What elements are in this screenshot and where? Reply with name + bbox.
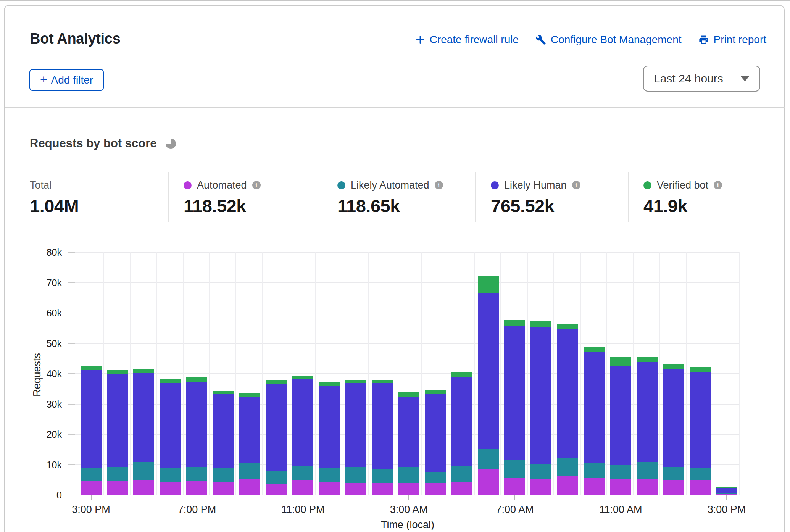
bar-segment-likely-human — [81, 370, 102, 468]
bar-segment-automated — [107, 481, 128, 495]
info-icon[interactable]: i — [435, 181, 443, 189]
bar-segment-likely-human — [345, 383, 366, 467]
bar-segment-likely-automated — [584, 463, 605, 478]
stat-total-value: 1.04M — [30, 195, 167, 216]
bar-segment-verified-bot — [716, 487, 737, 488]
bar-900pm[interactable] — [239, 252, 260, 495]
bar-segment-verified-bot — [292, 376, 313, 379]
bar-700am[interactable] — [504, 252, 525, 495]
time-range-dropdown[interactable]: Last 24 hours — [643, 66, 760, 92]
bar-segment-verified-bot — [160, 379, 181, 383]
bar-segment-likely-automated — [690, 468, 711, 480]
bar-1000pm[interactable] — [266, 252, 287, 495]
bar-1100pm[interactable] — [292, 252, 313, 495]
v-gridline — [183, 252, 184, 495]
x-tick-label: 3:00 AM — [390, 504, 428, 516]
v-gridline — [103, 252, 104, 495]
stat-likely-human: Likely Human i 765.52k — [491, 179, 628, 216]
bar-200pm[interactable] — [690, 252, 711, 495]
likely-human-legend-dot — [491, 181, 499, 189]
bar-segment-likely-automated — [663, 467, 684, 480]
bar-segment-automated — [292, 480, 313, 495]
bar-1100am[interactable] — [610, 252, 631, 495]
bar-segment-likely-human — [663, 369, 684, 467]
bar-segment-verified-bot — [107, 370, 128, 374]
v-gridline — [474, 252, 475, 495]
v-gridline — [633, 252, 634, 495]
bar-segment-verified-bot — [372, 380, 393, 383]
info-icon[interactable]: i — [572, 181, 580, 189]
x-axis-title: Time (local) — [381, 519, 434, 531]
configure-bot-management-link[interactable]: Configure Bot Management — [535, 34, 681, 46]
bar-100pm[interactable] — [663, 252, 684, 495]
bar-500pm[interactable] — [133, 252, 154, 495]
y-tick-label: 0 — [20, 490, 62, 501]
v-gridline — [686, 252, 687, 495]
chevron-down-icon — [740, 76, 750, 81]
print-report-link[interactable]: Print report — [698, 34, 767, 46]
bar-segment-likely-human — [133, 373, 154, 462]
header-divider — [5, 107, 785, 108]
bar-1200am[interactable] — [319, 252, 340, 495]
bar-segment-likely-human — [425, 394, 446, 472]
bar-400am[interactable] — [425, 252, 446, 495]
bar-800pm[interactable] — [213, 252, 234, 495]
stat-automated: Automated i 118.52k — [184, 179, 321, 216]
plus-icon: + — [40, 73, 47, 85]
stat-likely-human-label: Likely Human — [504, 179, 567, 191]
bar-700pm[interactable] — [186, 252, 207, 495]
v-gridline — [315, 252, 316, 495]
bar-segment-likely-automated — [133, 462, 154, 480]
bar-segment-likely-human — [266, 384, 287, 471]
v-gridline — [739, 252, 740, 495]
v-gridline — [500, 252, 501, 495]
v-gridline — [289, 252, 289, 495]
bar-100am[interactable] — [345, 252, 366, 495]
bar-600pm[interactable] — [160, 252, 181, 495]
bar-200am[interactable] — [372, 252, 393, 495]
bar-400pm[interactable] — [107, 252, 128, 495]
bar-segment-verified-bot — [504, 320, 525, 326]
bar-segment-automated — [663, 480, 684, 495]
create-firewall-rule-link[interactable]: Create firewall rule — [415, 34, 519, 46]
v-gridline — [580, 252, 581, 495]
bar-300am[interactable] — [398, 252, 419, 495]
bar-1200pm[interactable] — [637, 252, 658, 495]
bot-analytics-screen: Bot Analytics Create firewall rule Confi… — [0, 0, 790, 532]
bar-600am[interactable] — [478, 252, 499, 495]
v-gridline — [209, 252, 210, 495]
y-tick-mark — [68, 252, 75, 253]
info-icon[interactable]: i — [714, 181, 722, 189]
stat-likely-human-value: 765.52k — [491, 195, 628, 216]
bar-segment-likely-human — [530, 327, 551, 464]
v-gridline — [130, 252, 131, 495]
stat-total: Total 1.04M — [30, 179, 167, 216]
bar-segment-verified-bot — [81, 366, 102, 370]
stat-divider — [168, 172, 169, 222]
bar-800am[interactable] — [530, 252, 551, 495]
x-tick-mark — [726, 495, 727, 500]
bar-900am[interactable] — [557, 252, 578, 495]
bar-300pm[interactable] — [81, 252, 102, 495]
bar-segment-verified-bot — [557, 324, 578, 329]
bar-500am[interactable] — [451, 252, 472, 495]
bar-segment-likely-automated — [345, 467, 366, 483]
v-gridline — [421, 252, 422, 495]
v-gridline — [713, 252, 713, 495]
bar-segment-likely-human — [292, 379, 313, 466]
bar-segment-verified-bot — [478, 276, 499, 293]
x-tick-mark — [91, 495, 92, 500]
info-icon[interactable]: i — [252, 181, 261, 189]
section-title: Requests by bot score — [30, 137, 156, 150]
bar-segment-verified-bot — [213, 391, 234, 394]
x-tick-mark — [303, 495, 303, 500]
bar-segment-likely-automated — [186, 467, 207, 481]
add-filter-button[interactable]: + Add filter — [29, 69, 104, 91]
bar-300pm[interactable] — [716, 252, 737, 495]
bar-1000am[interactable] — [584, 252, 605, 495]
v-gridline — [606, 252, 607, 495]
pie-chart-icon — [166, 139, 176, 149]
bar-segment-verified-bot — [319, 382, 340, 385]
page-title: Bot Analytics — [30, 31, 121, 47]
v-gridline — [262, 252, 263, 495]
